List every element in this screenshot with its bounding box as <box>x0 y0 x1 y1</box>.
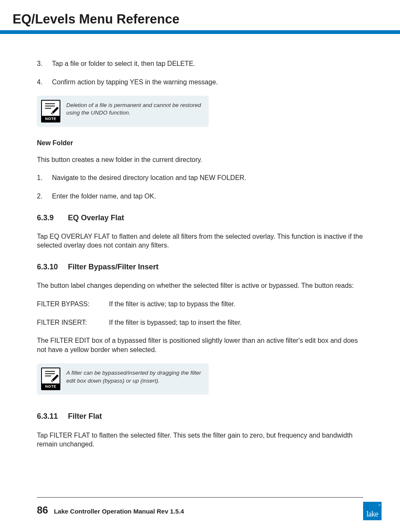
list-item: 1. Navigate to the desired directory loc… <box>37 173 363 183</box>
note-label: NOTE <box>42 116 60 122</box>
list-item: 3. Tap a file or folder to select it, th… <box>37 59 363 68</box>
note-text: A filter can be bypassed/inserted by dra… <box>66 368 203 384</box>
list-text: Enter the folder name, and tap OK. <box>52 192 363 201</box>
note-text: Deletion of a file is permanent and cann… <box>66 100 203 117</box>
footer-line: 86 Lake Controller Operation Manual Rev … <box>37 504 363 516</box>
footer-rule <box>37 497 363 498</box>
definition-term: FILTER BYPASS: <box>37 300 109 309</box>
list-number: 1. <box>37 173 52 183</box>
paragraph: The button label changes depending on wh… <box>37 281 363 290</box>
trademark-symbol: ® <box>378 503 380 507</box>
page: EQ/Levels Menu Reference 3. Tap a file o… <box>0 0 400 532</box>
definition-row: FILTER BYPASS: If the filter is active; … <box>37 300 363 309</box>
svg-marker-3 <box>52 107 59 114</box>
note-icon: NOTE <box>41 100 60 123</box>
subheading-new-folder: New Folder <box>37 138 363 148</box>
note-callout: NOTE A filter can be bypassed/inserted b… <box>37 363 209 394</box>
list-text: Navigate to the desired directory locati… <box>52 173 363 183</box>
content: 3. Tap a file or folder to select it, th… <box>0 34 400 449</box>
manual-name: Lake Controller Operation Manual Rev 1.5… <box>54 508 184 515</box>
svg-line-4 <box>51 113 53 115</box>
list-text: Confirm action by tapping YES in the war… <box>52 78 363 87</box>
section-heading-639: 6.3.9EQ Overlay Flat <box>37 213 363 223</box>
list-text: Tap a file or folder to select it, then … <box>52 59 363 68</box>
section-number: 6.3.11 <box>37 411 68 421</box>
note-callout: NOTE Deletion of a file is permanent and… <box>37 96 209 127</box>
brand-logo: lake ® <box>363 502 382 520</box>
page-number: 86 <box>37 504 48 516</box>
svg-marker-8 <box>52 375 59 381</box>
section-title: Filter Bypass/Filter Insert <box>68 263 158 271</box>
brand-logo-text: lake <box>366 510 378 519</box>
definition-term: FILTER INSERT: <box>37 318 109 327</box>
paragraph: Tap EQ OVERLAY FLAT to flatten and delet… <box>37 232 363 250</box>
footer: 86 Lake Controller Operation Manual Rev … <box>37 497 363 516</box>
section-number: 6.3.10 <box>37 262 68 272</box>
svg-line-9 <box>51 381 53 382</box>
list-number: 4. <box>37 78 52 87</box>
section-title: Filter Flat <box>68 412 102 420</box>
paragraph: The FILTER EDIT box of a bypassed filter… <box>37 336 363 354</box>
page-title: EQ/Levels Menu Reference <box>13 12 387 30</box>
section-heading-6311: 6.3.11Filter Flat <box>37 411 363 421</box>
list-number: 3. <box>37 59 52 68</box>
header: EQ/Levels Menu Reference <box>0 0 400 30</box>
note-icon: NOTE <box>41 368 60 390</box>
section-number: 6.3.9 <box>37 213 68 223</box>
paragraph: This button creates a new folder in the … <box>37 155 363 164</box>
note-label: NOTE <box>42 383 60 389</box>
header-rule <box>0 30 400 34</box>
section-title: EQ Overlay Flat <box>68 214 124 222</box>
list-item: 4. Confirm action by tapping YES in the … <box>37 78 363 87</box>
list-number: 2. <box>37 192 52 201</box>
definition-row: FILTER INSERT: If the filter is bypassed… <box>37 318 363 327</box>
paragraph: Tap FILTER FLAT to flatten the selected … <box>37 431 363 449</box>
definition-desc: If the filter is active; tap to bypass t… <box>109 300 363 309</box>
definition-desc: If the filter is bypassed; tap to insert… <box>109 318 363 327</box>
list-item: 2. Enter the folder name, and tap OK. <box>37 192 363 201</box>
section-heading-6310: 6.3.10Filter Bypass/Filter Insert <box>37 262 363 272</box>
